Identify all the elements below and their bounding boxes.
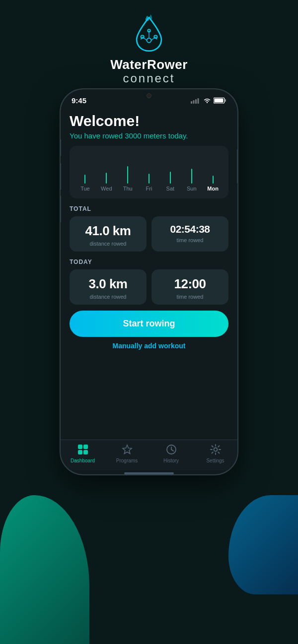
chart-label-fri: Fri [146,186,152,192]
bar-sat [170,172,171,184]
svg-rect-14 [225,99,226,102]
chart-col-fri: Fri [139,144,160,192]
tab-icon-dashboard [77,444,88,456]
chart-col-thu: Thu [117,144,139,192]
svg-point-0 [147,38,151,43]
battery-icon [214,97,226,104]
chart-label-tue: Tue [80,186,90,192]
tab-settings[interactable]: Settings [193,444,237,463]
home-indicator [124,472,174,474]
total-time-label: time rowed [177,237,204,243]
today-stats-row: 3.0 km distance rowed 12:00 time rowed [70,269,228,305]
welcome-title: Welcome! [70,113,228,129]
svg-rect-17 [83,445,88,449]
app-title: WaterRower connect [110,58,188,85]
total-label: TOTAL [70,205,228,212]
tab-label-dashboard: Dashboard [71,458,95,463]
bar-tue [84,175,85,184]
wifi-icon [203,98,211,104]
phone-screen: 9:45 [61,89,237,474]
chart-col-sun: Sun [181,144,202,192]
phone-vol-down-button [60,195,61,223]
total-distance-value: 41.0 km [85,223,131,239]
today-distance-card: 3.0 km distance rowed [70,269,147,305]
bg-decoration-left [0,495,89,644]
welcome-subtitle: You have rowed 3000 meters today. [70,131,228,140]
tab-icon-programs [122,444,133,456]
svg-rect-12 [198,98,199,104]
chart-col-tue: Tue [74,144,96,192]
app-logo [129,14,169,54]
activity-chart: TueWedThuFriSatSunMon [70,146,228,198]
total-time-value: 02:54:38 [170,223,210,235]
chart-label-thu: Thu [123,186,133,192]
phone-silent-button [60,139,61,156]
bar-mon [213,176,214,184]
tab-history[interactable]: History [149,444,193,463]
today-time-label: time rowed [177,294,204,300]
today-time-value: 12:00 [174,276,206,292]
today-distance-label: distance rowed [90,294,127,300]
screen-content: Welcome! You have rowed 3000 meters toda… [61,108,237,440]
chart-bars: TueWedThuFriSatSunMon [74,152,224,192]
bg-decoration-right [228,495,298,594]
tab-icon-settings [210,444,221,456]
total-distance-card: 41.0 km distance rowed [70,216,147,252]
phone-power-button [237,149,238,184]
svg-rect-10 [193,100,195,104]
chart-label-wed: Wed [101,186,112,192]
chart-col-mon: Mon [202,144,224,192]
today-time-card: 12:00 time rowed [151,269,228,305]
svg-rect-9 [191,101,192,104]
bar-wed [106,173,107,184]
svg-rect-11 [195,99,197,104]
tab-label-history: History [163,458,179,463]
bar-fri [149,174,149,184]
svg-rect-16 [78,445,82,449]
bar-thu [127,166,128,184]
svg-rect-19 [83,450,88,454]
chart-label-mon: Mon [207,186,219,192]
tab-bar: DashboardProgramsHistorySettings [61,440,237,470]
chart-col-wed: Wed [96,144,117,192]
chart-col-sat: Sat [159,144,181,192]
tab-label-programs: Programs [116,458,138,463]
svg-rect-18 [78,450,82,454]
phone-vol-up-button [60,163,61,190]
total-distance-label: distance rowed [90,241,127,247]
status-time: 9:45 [72,96,86,105]
svg-rect-15 [215,99,224,103]
svg-point-21 [214,448,217,451]
today-distance-value: 3.0 km [89,276,128,292]
phone-frame: 9:45 [60,88,238,475]
today-label: TODAY [70,258,228,265]
tab-label-settings: Settings [206,458,224,463]
tab-programs[interactable]: Programs [105,444,149,463]
chart-label-sun: Sun [187,186,197,192]
total-time-card: 02:54:38 time rowed [151,216,228,252]
start-rowing-button[interactable]: Start rowing [70,311,228,337]
chart-label-sat: Sat [166,186,175,192]
status-icons [191,97,226,104]
signal-icon [191,98,201,104]
tab-icon-history [166,444,177,456]
total-stats-row: 41.0 km distance rowed 02:54:38 time row… [70,216,228,252]
manual-add-link[interactable]: Manually add workout [70,342,228,350]
app-header: WaterRower connect [0,0,298,95]
bar-sun [191,169,192,184]
tab-dashboard[interactable]: Dashboard [61,444,105,463]
